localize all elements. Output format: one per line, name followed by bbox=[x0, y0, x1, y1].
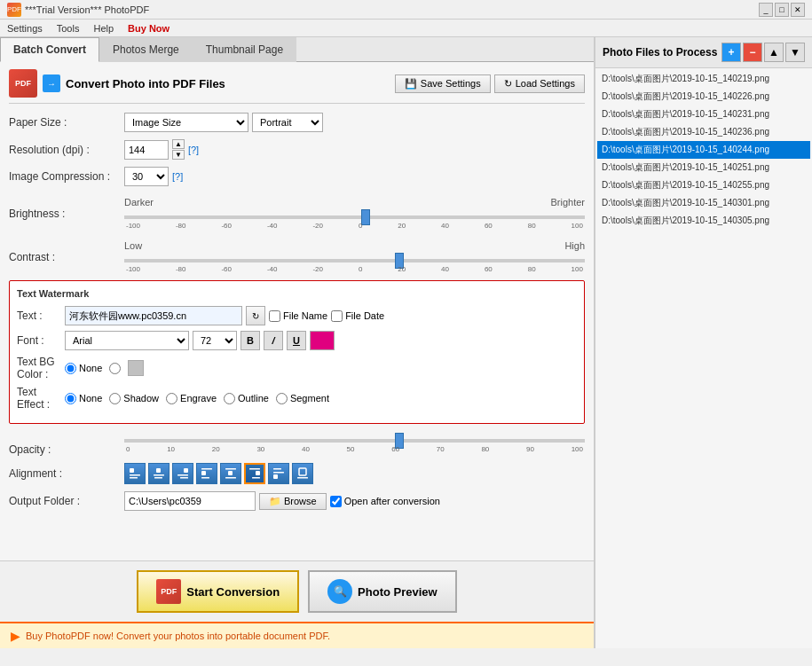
effect-radio-group: None Shadow Engrave Outline bbox=[65, 393, 329, 404]
align-ml-button[interactable] bbox=[196, 463, 217, 484]
align-bc-button[interactable] bbox=[292, 463, 313, 484]
tab-batch-convert[interactable]: Batch Convert bbox=[0, 37, 99, 62]
svg-rect-7 bbox=[177, 474, 188, 476]
file-item[interactable]: D:\tools\桌面图片\2019-10-15_140226.png bbox=[597, 88, 810, 106]
banner-arrow-icon: ▶ bbox=[11, 629, 20, 643]
contrast-slider[interactable] bbox=[124, 259, 585, 262]
minimize-button[interactable]: _ bbox=[759, 3, 773, 17]
bgcolor-swatch[interactable] bbox=[128, 360, 144, 376]
svg-rect-10 bbox=[201, 468, 212, 470]
photo-preview-button[interactable]: 🔍 Photo Preview bbox=[308, 570, 457, 613]
remove-file-button[interactable]: − bbox=[743, 43, 762, 62]
file-date-checkbox[interactable] bbox=[331, 310, 343, 322]
open-after-checkbox[interactable] bbox=[330, 496, 342, 507]
align-bl-button[interactable] bbox=[268, 463, 289, 484]
watermark-box: Text Watermark Text : ↻ File Name File D… bbox=[9, 280, 585, 424]
paper-size-control: Image Size Portrait bbox=[124, 113, 585, 132]
alignment-buttons bbox=[124, 463, 313, 484]
bgcolor-color-radio[interactable] bbox=[109, 363, 121, 374]
italic-button[interactable]: / bbox=[264, 331, 283, 350]
menu-tools[interactable]: Tools bbox=[53, 22, 83, 35]
file-date-checkbox-label[interactable]: File Date bbox=[331, 310, 384, 322]
effect-shadow-label[interactable]: Shadow bbox=[109, 393, 159, 404]
paper-size-select[interactable]: Image Size bbox=[124, 113, 248, 132]
browse-button[interactable]: 📁 Browse bbox=[259, 493, 327, 510]
align-mc-button[interactable] bbox=[220, 463, 241, 484]
tab-photos-merge[interactable]: Photos Merge bbox=[99, 37, 193, 62]
watermark-effect-row: Text Effect : None Shadow Engrave bbox=[17, 386, 577, 411]
underline-button[interactable]: U bbox=[287, 331, 306, 350]
menu-help[interactable]: Help bbox=[90, 22, 117, 35]
resolution-down[interactable]: ▼ bbox=[172, 150, 185, 160]
contrast-low-label: Low bbox=[124, 240, 142, 251]
resolution-help[interactable]: [?] bbox=[188, 145, 199, 155]
menu-buy-now[interactable]: Buy Now bbox=[124, 22, 173, 35]
file-item[interactable]: D:\tools\桌面图片\2019-10-15_140236.png bbox=[597, 123, 810, 141]
effect-none-radio[interactable] bbox=[65, 393, 76, 404]
save-settings-button[interactable]: 💾 Save Settings bbox=[395, 74, 491, 93]
compression-help[interactable]: [?] bbox=[172, 171, 183, 182]
output-folder-input[interactable] bbox=[124, 491, 256, 511]
effect-outline-label[interactable]: Outline bbox=[224, 393, 269, 404]
menu-settings[interactable]: Settings bbox=[4, 22, 46, 35]
resolution-input[interactable] bbox=[124, 140, 169, 160]
file-item[interactable]: D:\tools\桌面图片\2019-10-15_140255.png bbox=[597, 176, 810, 194]
effect-none-label[interactable]: None bbox=[65, 393, 102, 404]
bold-button[interactable]: B bbox=[240, 331, 260, 350]
watermark-font-row: Font : Arial 72 B / U bbox=[17, 331, 577, 350]
start-conversion-button[interactable]: PDF Start Conversion bbox=[137, 570, 299, 613]
file-item[interactable]: D:\tools\桌面图片\2019-10-15_140219.png bbox=[597, 70, 810, 88]
font-select[interactable]: Arial bbox=[65, 331, 189, 350]
svg-rect-12 bbox=[228, 471, 233, 475]
close-button[interactable]: ✕ bbox=[791, 3, 805, 17]
resolution-up[interactable]: ▲ bbox=[172, 139, 185, 149]
effect-segment-radio[interactable] bbox=[276, 393, 288, 404]
bgcolor-none-radio[interactable] bbox=[65, 363, 76, 374]
bgcolor-color-radio-label[interactable] bbox=[109, 363, 121, 374]
load-settings-button[interactable]: ↻ Load Settings bbox=[494, 74, 585, 93]
file-name-checkbox[interactable] bbox=[269, 310, 280, 322]
tab-thumbnail-page[interactable]: Thumbnail Page bbox=[193, 37, 296, 62]
file-item[interactable]: D:\tools\桌面图片\2019-10-15_140301.png bbox=[597, 194, 810, 212]
effect-shadow-radio[interactable] bbox=[109, 393, 121, 404]
add-file-button[interactable]: + bbox=[721, 43, 741, 62]
move-down-button[interactable]: ▼ bbox=[785, 43, 805, 62]
svg-rect-17 bbox=[252, 477, 260, 479]
align-mr-button[interactable] bbox=[244, 463, 265, 484]
effect-engrave-radio[interactable] bbox=[166, 393, 177, 404]
effect-segment-label[interactable]: Segment bbox=[276, 393, 329, 404]
convert-header: PDF → Convert Photo into PDF Files 💾 Sav… bbox=[9, 69, 585, 104]
convert-icon: → bbox=[43, 74, 60, 92]
effect-outline-radio[interactable] bbox=[224, 393, 235, 404]
compression-select[interactable]: 30 bbox=[124, 167, 169, 186]
font-size-select[interactable]: 72 bbox=[193, 331, 237, 350]
align-tr-button[interactable] bbox=[172, 463, 193, 484]
brightness-darker-label: Darker bbox=[124, 197, 154, 208]
compression-control: 30 [?] bbox=[124, 167, 585, 186]
load-icon: ↻ bbox=[504, 78, 512, 90]
opacity-slider[interactable] bbox=[124, 439, 585, 443]
watermark-refresh-button[interactable]: ↻ bbox=[246, 306, 265, 325]
effect-engrave-label[interactable]: Engrave bbox=[166, 393, 217, 404]
orientation-select[interactable]: Portrait bbox=[252, 113, 323, 132]
align-tc-button[interactable] bbox=[148, 463, 169, 484]
file-name-checkbox-label[interactable]: File Name bbox=[269, 310, 327, 322]
file-item[interactable]: D:\tools\桌面图片\2019-10-15_140251.png bbox=[597, 159, 810, 176]
bottom-banner: ▶ Buy PhotoPDF now! Convert your photos … bbox=[0, 622, 594, 648]
font-color-swatch[interactable] bbox=[310, 331, 335, 350]
bgcolor-none-radio-label[interactable]: None bbox=[65, 363, 102, 374]
brightness-label: Brightness : bbox=[9, 197, 124, 220]
file-item[interactable]: D:\tools\桌面图片\2019-10-15_140231.png bbox=[597, 106, 810, 123]
maximize-button[interactable]: □ bbox=[775, 3, 789, 17]
open-after-label[interactable]: Open after conversion bbox=[330, 496, 440, 507]
file-item[interactable]: D:\tools\桌面图片\2019-10-15_140244.png bbox=[597, 141, 810, 159]
app-title: ***Trial Version*** PhotoPDF bbox=[25, 4, 149, 15]
move-up-button[interactable]: ▲ bbox=[764, 43, 784, 62]
file-item[interactable]: D:\tools\桌面图片\2019-10-15_140305.png bbox=[597, 212, 810, 230]
svg-rect-16 bbox=[249, 468, 260, 470]
watermark-text-input[interactable] bbox=[65, 306, 242, 325]
title-bar-left: PDF ***Trial Version*** PhotoPDF bbox=[7, 3, 149, 17]
brightness-slider[interactable] bbox=[124, 215, 585, 219]
opacity-slider-container: 0102030405060708090100 bbox=[124, 433, 585, 453]
align-tl-button[interactable] bbox=[124, 463, 146, 484]
